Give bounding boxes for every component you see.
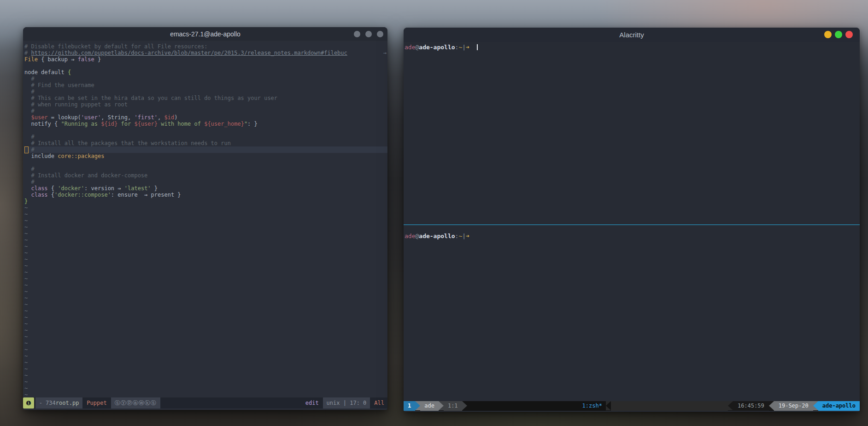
empty-line-tilde: ~ <box>24 237 387 243</box>
prompt-arrow: ➜ <box>466 44 469 51</box>
powerline-arrow-icon <box>606 401 611 410</box>
empty-line-tilde: ~ <box>24 301 387 308</box>
code-token: with home of <box>158 121 204 127</box>
code-token: { <box>48 192 54 198</box>
code-token: ${id} <box>101 121 117 127</box>
code-token: # Find the username <box>24 82 94 88</box>
code-line: node default { <box>24 69 387 76</box>
code-line: # This can be set in the hira data so yo… <box>24 95 387 101</box>
code-line: # when running puppet as root <box>24 101 387 108</box>
code-line: # Disable filebucket by default for all … <box>24 43 387 50</box>
alacritty-titlebar[interactable]: Alacritty <box>404 28 860 42</box>
code-line: File { backup ⇒ false } <box>24 56 387 63</box>
code-token: https://github.com/puppetlabs/docs-archi… <box>31 50 347 56</box>
empty-line-tilde: ~ <box>24 391 387 397</box>
minimize-button-icon[interactable] <box>824 31 832 38</box>
emacs-cursor <box>24 146 29 153</box>
empty-line-tilde: ~ <box>24 211 387 217</box>
emacs-buffer[interactable]: # Disable filebucket by default for all … <box>23 41 387 397</box>
alacritty-window[interactable]: Alacritty ade@ade-apollo:~|➜ ade@ade-apo… <box>404 28 860 412</box>
powerline-arrow-icon <box>769 401 774 410</box>
code-token <box>24 185 31 192</box>
prompt-user: ade <box>405 44 415 51</box>
emacs-titlebar[interactable]: emacs-27.1@ade-apollo <box>23 27 387 41</box>
empty-line-tilde: ~ <box>24 230 387 237</box>
prompt-host: ade-apollo <box>419 233 455 239</box>
prompt-user: ade <box>405 233 415 239</box>
empty-line-tilde: ~ <box>24 275 387 282</box>
code-token: $id <box>164 114 174 121</box>
empty-line-tilde: ~ <box>24 308 387 314</box>
buffer-name[interactable]: root.pp <box>56 400 79 406</box>
code-token: # when running puppet as root <box>24 101 128 108</box>
code-token <box>24 114 31 121</box>
close-button-icon[interactable] <box>845 31 853 38</box>
code-token: "Running as <box>61 121 101 127</box>
code-line: } <box>24 198 387 204</box>
empty-line-tilde: ~ <box>24 295 387 301</box>
emacs-window[interactable]: emacs-27.1@ade-apollo # Disable filebuck… <box>23 27 387 410</box>
major-mode-label[interactable]: Puppet <box>82 400 111 406</box>
tmux-date: 19-Sep-20 <box>774 401 813 411</box>
encoding-position-chip: unix | 17: 0 <box>323 397 370 408</box>
code-line: class { 'docker': version ⇒ 'latest' } <box>24 185 387 192</box>
code-token: include <box>24 153 58 159</box>
code-line: # <box>24 166 387 172</box>
window-button-icon[interactable] <box>354 31 360 37</box>
code-token: # <box>24 76 35 82</box>
code-token: → <box>383 50 387 56</box>
tmux-pane-bottom[interactable]: ade@ade-apollo:~|➜ <box>404 225 860 408</box>
code-token: node default <box>24 69 68 76</box>
code-token: } <box>24 198 28 204</box>
code-line <box>24 127 387 134</box>
traffic-light-buttons[interactable] <box>824 31 853 38</box>
empty-line-tilde: ~ <box>24 204 387 211</box>
prompt-pipe: | <box>462 44 466 51</box>
code-token: } <box>94 56 101 63</box>
code-token: , String, <box>101 114 134 121</box>
empty-line-tilde: ~ <box>24 366 387 372</box>
empty-line-tilde: ~ <box>24 353 387 359</box>
code-line <box>24 63 387 69</box>
tmux-bar-spacer <box>611 401 728 411</box>
empty-line-tilde: ~ <box>24 346 387 353</box>
code-line: # <box>24 76 387 82</box>
code-token: # <box>24 50 31 56</box>
code-line: class {'docker::compose': ensure ⇒ prese… <box>24 192 387 198</box>
tmux-pane-top[interactable]: ade@ade-apollo:~|➜ <box>404 42 860 226</box>
code-token: # <box>24 88 35 95</box>
prompt-spacing <box>469 44 477 51</box>
buffer-position: - 734 <box>39 400 56 406</box>
code-line <box>24 159 387 166</box>
maximize-button-icon[interactable] <box>835 31 842 38</box>
code-token: # Install docker and docker-compose <box>24 172 147 179</box>
code-token: for <box>117 121 134 127</box>
empty-line-tilde: ~ <box>24 263 387 269</box>
code-token: { <box>68 69 71 76</box>
emacs-window-title: emacs-27.1@ade-apollo <box>170 30 240 38</box>
code-token: , <box>158 114 164 121</box>
empty-line-tilde: ~ <box>24 372 387 379</box>
code-token: 'docker::compose' <box>54 192 111 198</box>
tmux-clock: 16:45:59 <box>733 401 769 411</box>
window-button-icon[interactable] <box>365 31 372 37</box>
code-token: false <box>78 56 94 63</box>
code-line: # Install docker and docker-compose <box>24 172 387 179</box>
tmux-hostname-badge: ade-apollo <box>818 401 860 411</box>
emacs-window-buttons[interactable] <box>354 31 383 37</box>
window-button-icon[interactable] <box>377 31 383 37</box>
prompt-host: ade-apollo <box>419 44 455 51</box>
edit-state-label: edit <box>301 400 323 406</box>
tmux-session-badge[interactable]: 1 <box>404 401 415 411</box>
tmux-user-segment: ade <box>420 401 439 411</box>
code-token: $user <box>31 114 47 121</box>
code-token: # Install all the packages that the work… <box>24 140 231 146</box>
powerline-arrow-icon <box>813 401 818 410</box>
code-token: core::packages <box>58 153 104 159</box>
code-token: 'docker' <box>58 185 84 192</box>
code-token: ) <box>174 114 177 121</box>
tmux-active-window[interactable]: 1:zsh* <box>579 401 606 411</box>
scroll-position-label: All <box>370 400 387 406</box>
code-line: # Install all the packages that the work… <box>24 140 387 146</box>
prompt-arrow: ➜ <box>466 233 469 239</box>
